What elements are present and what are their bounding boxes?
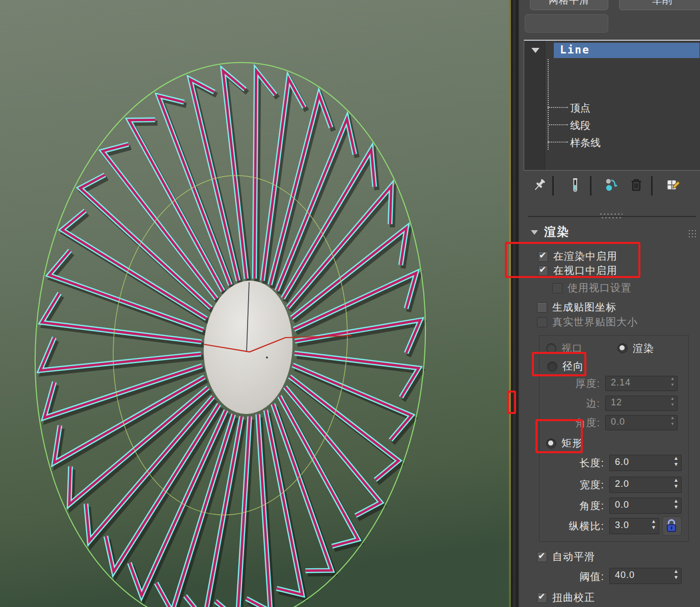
sides-spinner[interactable]: ▲▼ [670,397,675,409]
radial-angle-field[interactable]: 0.0 ▲▼ [605,415,678,430]
remove-modifier-icon[interactable] [629,177,644,192]
lock-icon [663,517,680,534]
rollout-collapse-icon[interactable] [531,230,538,235]
width-value: 2.0 [615,479,629,489]
rect-angle-field[interactable]: 0.0 ▲▼ [609,498,682,514]
radial-angle-spinner[interactable]: ▲▼ [670,416,675,428]
renderer-radio-label: 渲染 [633,342,654,355]
meshsmooth-button[interactable]: 网格平滑 [530,0,608,10]
generate-mapping-coords-label: 生成贴图坐标 [552,300,616,314]
viewport-3d[interactable] [0,0,509,607]
command-panel: 网格平滑 车削 Line 顶点 线段 样条线 [513,0,700,607]
use-viewport-settings-checkbox[interactable]: ✔ [552,283,562,293]
width-field[interactable]: 2.0 ▲▼ [609,477,682,493]
use-viewport-settings-label: 使用视口设置 [568,281,632,295]
pin-stack-icon[interactable] [532,177,547,192]
twist-correction-checkbox[interactable]: ✔ [537,593,547,603]
generate-mapping-coords-checkbox[interactable]: ✔ [537,302,547,313]
stack-item-line-label: Line [560,44,590,56]
aspect-spinner[interactable]: ▲▼ [651,519,656,531]
stack-tree-twig [548,124,568,125]
rect-angle-value: 0.0 [615,500,629,510]
thickness-spinner[interactable]: ▲▼ [670,377,675,389]
stack-subitem-spline[interactable]: 样条线 [570,134,601,151]
spinner-down-icon[interactable]: ▼ [674,505,679,511]
stack-gutter [524,41,545,170]
stack-subitem-vertex[interactable]: 顶点 [570,100,590,116]
thickness-value: 2.14 [611,377,631,388]
stack-tree-twig [548,107,568,108]
stack-tree-twig [548,142,568,143]
length-field[interactable]: 6.0 ▲▼ [609,455,682,471]
sides-value: 12 [611,397,622,408]
aspect-value: 3.0 [615,520,629,531]
length-spinner[interactable]: ▲▼ [674,456,679,468]
length-label: 长度: [533,456,604,470]
rect-angle-spinner[interactable]: ▲▼ [674,499,679,511]
check-icon: ✔ [538,550,545,561]
sides-field[interactable]: 12 ▲▼ [605,396,678,411]
show-end-result-icon[interactable] [568,177,583,192]
screenshot-root: 网格平滑 车削 Line 顶点 线段 样条线 [0,0,700,607]
check-icon: ✔ [538,591,545,602]
thickness-field[interactable]: 2.14 ▲▼ [605,376,678,391]
stack-tree-line [548,59,549,150]
auto-smooth-checkbox[interactable]: ✔ [537,552,547,562]
aspect-lock-button[interactable] [662,516,682,536]
thickness-label: 厚度: [539,377,600,391]
real-world-map-size-checkbox[interactable]: ✔ [537,317,547,327]
spinner-down-icon[interactable]: ▼ [674,462,679,468]
twist-correction-label: 扭曲校正 [552,591,595,604]
radial-angle-value: 0.0 [611,417,625,427]
stack-subitem-segment[interactable]: 线段 [570,117,590,133]
spinner-down-icon[interactable]: ▼ [670,383,675,389]
stack-item-line-selected[interactable]: Line [554,43,699,58]
annotation-box-rectangular-radio [535,419,583,453]
threshold-field[interactable]: 40.0 ▲▼ [609,568,682,584]
annotation-box-radial-radio [532,352,586,376]
threshold-label: 阈值: [533,570,604,584]
rect-angle-label: 角度: [533,499,604,513]
stack-expand-icon[interactable] [531,48,540,53]
width-label: 宽度: [533,478,604,492]
renderer-radio[interactable] [617,343,628,353]
aspect-field[interactable]: 3.0 ▲▼ [609,518,659,534]
spline-wheel-object [0,0,509,607]
length-value: 6.0 [615,457,629,467]
spinner-down-icon[interactable]: ▼ [670,422,675,428]
toolbar-separator [590,176,591,196]
annotation-box-enable-checkboxes [505,242,640,278]
spinner-down-icon[interactable]: ▼ [674,484,679,490]
real-world-map-size-label: 真实世界贴图大小 [552,315,638,329]
threshold-spinner[interactable]: ▲▼ [674,569,679,581]
lathe-button[interactable]: 车削 [619,0,700,10]
spinner-down-icon[interactable]: ▼ [651,525,656,531]
threshold-value: 40.0 [615,570,635,581]
spinner-down-icon[interactable]: ▼ [670,403,675,409]
rollout-drag-icon[interactable] [688,229,696,237]
annotation-marker-panel-edge [507,391,516,414]
rendering-rollout-title[interactable]: 渲染 [544,224,570,240]
toolbar-separator [552,176,554,196]
modifier-stack-list[interactable]: Line 顶点 线段 样条线 [524,40,700,171]
width-spinner[interactable]: ▲▼ [674,478,679,490]
configure-modifier-sets-icon[interactable] [665,177,681,192]
modifier-button-slot[interactable] [525,14,608,33]
make-unique-icon[interactable] [604,177,620,192]
stack-toolbar [521,176,700,198]
toolbar-separator [651,176,653,196]
auto-smooth-label: 自动平滑 [552,550,595,564]
spinner-down-icon[interactable]: ▼ [674,575,679,581]
aspect-label: 纵横比: [533,519,604,533]
sides-label: 边: [539,397,600,410]
divider-grip-icon[interactable] [600,213,623,219]
